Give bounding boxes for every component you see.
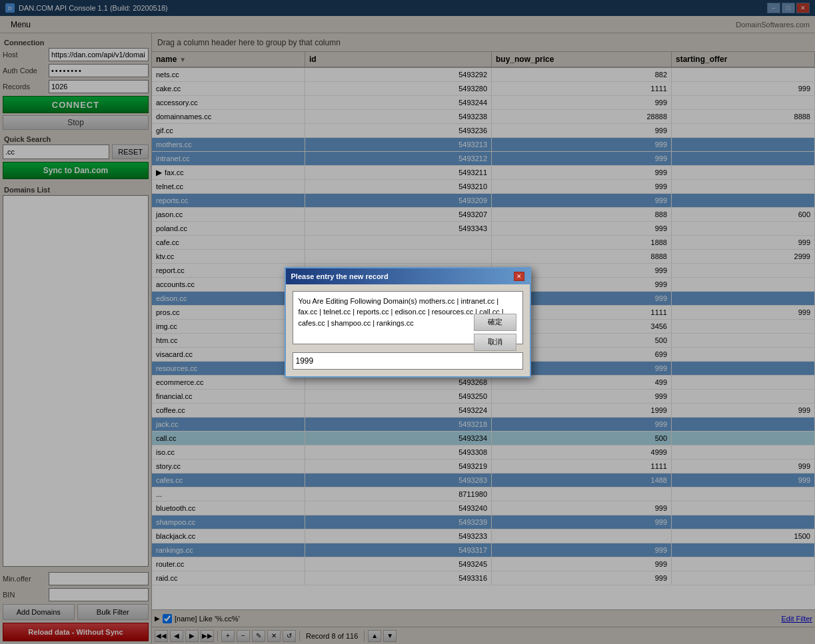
modal-input[interactable] [293,352,523,370]
modal-title-bar: Please entry the new record ✕ [286,268,530,284]
modal-cancel-button[interactable]: 取消 [474,334,516,351]
modal-title-text: Please entry the new record [291,272,389,280]
modal-overlay: Please entry the new record ✕ You Are Ed… [0,0,815,644]
modal-confirm-button[interactable]: 確定 [474,314,516,331]
modal-buttons: 確定 取消 [474,314,516,351]
modal-close-button[interactable]: ✕ [514,272,524,281]
modal-content-area: You Are Editing Following Domain(s) moth… [293,291,523,370]
modal-dialog: Please entry the new record ✕ You Are Ed… [285,267,531,378]
modal-body: You Are Editing Following Domain(s) moth… [286,284,530,376]
